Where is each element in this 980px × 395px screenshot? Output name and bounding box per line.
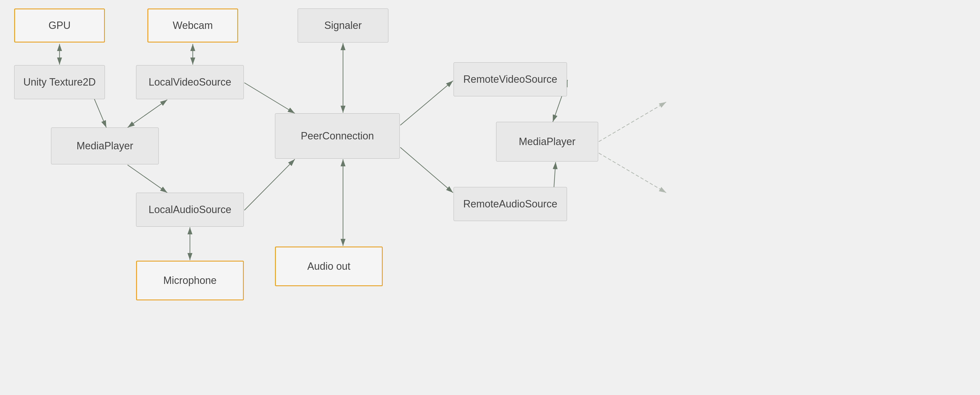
gpu-label: GPU: [48, 19, 71, 32]
mediaplayer-right-label: MediaPlayer: [519, 136, 576, 148]
svg-line-15: [400, 148, 453, 193]
remotevideosource-label: RemoteVideoSource: [463, 73, 557, 85]
mediaplayer-left-label: MediaPlayer: [76, 140, 133, 152]
svg-line-7: [127, 100, 167, 127]
remotevideosource-node: RemoteVideoSource: [453, 62, 567, 96]
webcam-label: Webcam: [173, 19, 213, 32]
localvideosource-node: LocalVideoSource: [136, 65, 244, 99]
svg-line-9: [127, 165, 167, 193]
mediaplayer-left-node: MediaPlayer: [51, 127, 159, 164]
svg-line-11: [244, 159, 295, 210]
localvideosource-label: LocalVideoSource: [148, 76, 231, 88]
gpu-node: GPU: [14, 8, 105, 43]
peerconnection-label: PeerConnection: [301, 130, 374, 142]
audioout-node: Audio out: [275, 246, 383, 286]
localaudiosource-node: LocalAudioSource: [136, 193, 244, 227]
unity-texture-node: Unity Texture2D: [14, 65, 105, 99]
unity-label: Unity Texture2D: [23, 76, 95, 88]
mediaplayer-right-node: MediaPlayer: [496, 122, 598, 162]
audioout-label: Audio out: [307, 260, 350, 272]
signaler-node: Signaler: [298, 8, 388, 43]
svg-line-14: [400, 81, 453, 125]
signaler-label: Signaler: [324, 19, 362, 32]
svg-line-18: [599, 102, 666, 142]
microphone-label: Microphone: [163, 274, 216, 287]
peerconnection-node: PeerConnection: [275, 113, 400, 159]
remoteaudiosource-label: RemoteAudioSource: [463, 198, 557, 210]
svg-line-19: [599, 153, 666, 193]
webcam-node: Webcam: [147, 8, 238, 43]
microphone-node: Microphone: [136, 261, 244, 300]
svg-line-8: [244, 83, 295, 113]
diagram-container: GPU Unity Texture2D MediaPlayer Webcam L…: [0, 0, 980, 395]
remoteaudiosource-node: RemoteAudioSource: [453, 187, 567, 221]
localaudiosource-label: LocalAudioSource: [148, 204, 231, 216]
